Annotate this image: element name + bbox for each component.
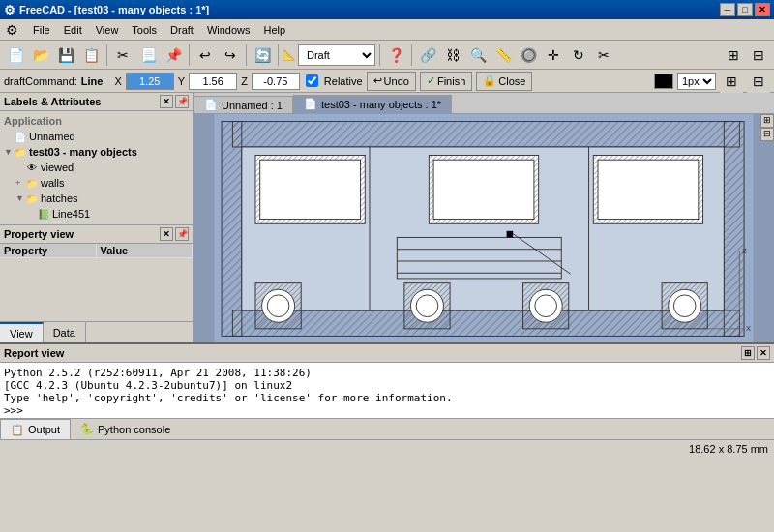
style-controls: 1px 2px ⊞ ⊟ (654, 70, 770, 93)
viewed-toggle[interactable] (15, 163, 25, 172)
corner-buttons[interactable]: ⊟ (747, 44, 770, 67)
color-picker[interactable] (654, 74, 673, 89)
tree-item-unnamed[interactable]: 📄 Unnamed (4, 129, 189, 144)
close-button[interactable]: ✕ (755, 3, 770, 16)
snap3-button[interactable]: 🔍 (466, 44, 490, 67)
undo-button[interactable]: ↩ Undo (367, 72, 416, 91)
menu-edit[interactable]: Edit (58, 22, 88, 38)
paste-button[interactable]: 📌 (162, 44, 185, 67)
redo-toolbar-button[interactable]: ↪ (219, 44, 242, 67)
test03-tab-label: test03 - many objects : 1* (321, 99, 441, 110)
rotate-button[interactable]: ↻ (567, 44, 590, 67)
walls-toggle[interactable]: + (15, 178, 25, 188)
report-line-1: Python 2.5.2 (r252:60911, Apr 21 2008, 1… (4, 367, 770, 379)
menu-windows[interactable]: Windows (201, 22, 256, 38)
drawing-canvas[interactable]: Z X (194, 114, 774, 342)
open-button[interactable]: 📂 (29, 44, 52, 67)
svg-rect-16 (598, 160, 699, 219)
z-input[interactable] (252, 73, 300, 90)
workbench-icon: 📐 (283, 48, 296, 61)
finish-button[interactable]: ✓ Finish (420, 72, 472, 91)
line-width-select[interactable]: 1px 2px (677, 73, 716, 90)
test03-tab-icon: 📄 (304, 98, 317, 110)
property-panel-close-button[interactable]: ✕ (160, 227, 173, 241)
view-data-tabs: View Data (0, 321, 193, 342)
report-panel-controls: ⊞ ✕ (741, 346, 770, 360)
property-panel-header: Property view ✕ 📌 (0, 225, 193, 244)
y-input[interactable] (189, 73, 237, 90)
title-bar-left: ⚙ FreeCAD - [test03 - many objects : 1*] (4, 3, 209, 17)
canvas-collapse-button[interactable]: ⊟ (760, 128, 774, 141)
cut-button[interactable]: ✂ (111, 44, 134, 67)
tab-output[interactable]: 📋 Output (0, 419, 71, 439)
menu-draft[interactable]: Draft (164, 22, 199, 38)
snap4-button[interactable]: 📏 (491, 44, 515, 67)
toolbar-sep-2 (189, 44, 190, 66)
tree-item-walls[interactable]: + 📁 walls (4, 175, 189, 191)
workbench-dropdown[interactable]: Draft (298, 44, 375, 66)
tab-view[interactable]: View (0, 322, 44, 342)
svg-point-18 (262, 289, 295, 322)
snap-button[interactable]: 🔗 (416, 44, 439, 67)
canvas-expand-button[interactable]: ⊞ (760, 114, 774, 128)
toolbar-sep-1 (106, 44, 107, 66)
canvas-inner[interactable]: Z X ⊞ ⊟ (194, 114, 774, 342)
tree-panel-controls: ✕ 📌 (160, 95, 189, 108)
property-table: Property Value (0, 244, 193, 321)
main-toolbar: 📄 📂 💾 📋 ✂ 📃 📌 ↩ ↪ 🔄 📐 Draft ❓ 🔗 ⛓ 🔍 📏 🔘 … (0, 41, 774, 70)
maximize-button[interactable]: □ (737, 3, 753, 16)
value-col-header: Value (97, 244, 194, 257)
menu-help[interactable]: Help (258, 22, 292, 38)
property-panel-pin-button[interactable]: 📌 (175, 227, 189, 241)
close-cmd-button[interactable]: 🔒 Close (476, 72, 532, 91)
menu-file[interactable]: File (27, 22, 56, 38)
tab-data[interactable]: Data (44, 322, 86, 342)
snap5-button[interactable]: 🔘 (517, 44, 540, 67)
new-button[interactable]: 📄 (4, 44, 27, 67)
report-tabs: 📋 Output 🐍 Python console (0, 418, 774, 439)
svg-rect-13 (433, 160, 534, 219)
style-expand-button[interactable]: ⊞ (720, 70, 743, 93)
move-button[interactable]: ✛ (542, 44, 565, 67)
copy-button[interactable]: 📃 (136, 44, 160, 67)
snap2-button[interactable]: ⛓ (441, 44, 464, 67)
tree-item-viewed[interactable]: 👁 viewed (4, 160, 189, 175)
tree-item-line451[interactable]: 📗 Line451 (4, 206, 189, 222)
svg-text:Z: Z (742, 247, 747, 255)
hatches-toggle[interactable]: ▼ (15, 193, 25, 203)
refresh-button[interactable]: 🔄 (251, 44, 274, 67)
maximize-view-button[interactable]: ⊞ (722, 44, 745, 67)
canvas-tabs: 📄 Unnamed : 1 📄 test03 - many objects : … (194, 93, 774, 114)
tree-panel-pin-button[interactable]: 📌 (175, 95, 189, 108)
python-label: Python console (98, 424, 170, 435)
python-icon: 🐍 (80, 423, 94, 435)
unnamed-label: Unnamed (29, 131, 75, 142)
test03-toggle[interactable]: ▼ (4, 147, 14, 157)
menu-view[interactable]: View (90, 22, 125, 38)
tab-python-console[interactable]: 🐍 Python console (71, 419, 180, 439)
tree-panel-close-button[interactable]: ✕ (160, 95, 173, 108)
tree-panel-header: Labels & Attributes ✕ 📌 (0, 93, 193, 111)
unnamed-toggle[interactable] (4, 132, 14, 141)
hatches-label: hatches (41, 192, 78, 204)
save-button[interactable]: 💾 (54, 44, 77, 67)
relative-label: Relative (324, 75, 363, 87)
undo-toolbar-button[interactable]: ↩ (194, 44, 217, 67)
style-collapse-button[interactable]: ⊟ (747, 70, 770, 93)
help-toolbar-button[interactable]: ❓ (384, 44, 407, 67)
report-section: Report view ⊞ ✕ Python 2.5.2 (r252:60911… (0, 342, 774, 439)
canvas-tab-unnamed[interactable]: 📄 Unnamed : 1 (194, 96, 293, 113)
minimize-button[interactable]: ─ (720, 3, 735, 16)
property-panel-controls: ✕ 📌 (160, 227, 189, 241)
report-panel-expand[interactable]: ⊞ (741, 346, 755, 360)
trim-button[interactable]: ✂ (592, 44, 615, 67)
x-input[interactable] (126, 73, 174, 90)
line451-toggle[interactable] (27, 209, 37, 219)
canvas-tab-test03[interactable]: 📄 test03 - many objects : 1* (293, 95, 452, 113)
menu-tools[interactable]: Tools (126, 22, 163, 38)
report-panel-close[interactable]: ✕ (757, 346, 770, 360)
save-as-button[interactable]: 📋 (79, 44, 103, 67)
relative-checkbox[interactable] (306, 74, 318, 87)
tree-item-test03[interactable]: ▼ 📁 test03 - many objects (4, 144, 189, 160)
tree-item-hatches[interactable]: ▼ 📁 hatches (4, 191, 189, 206)
